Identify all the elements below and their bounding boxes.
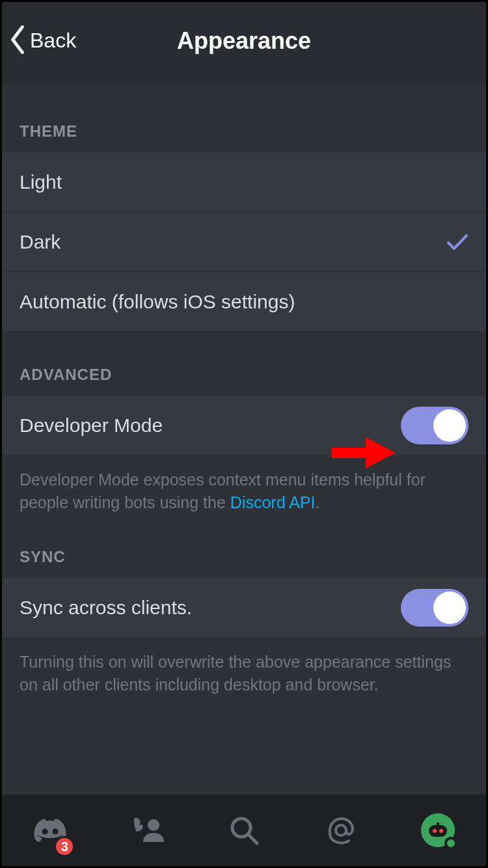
screenshot-border <box>0 0 488 868</box>
